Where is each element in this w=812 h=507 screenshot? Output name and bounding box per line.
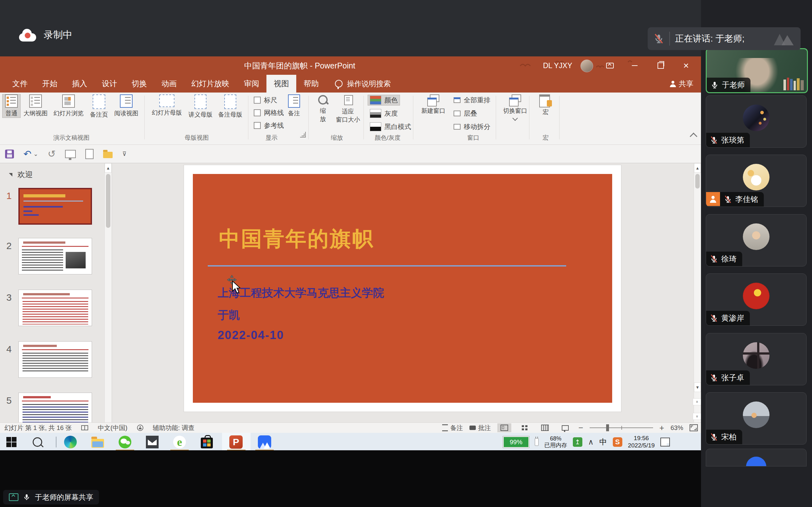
tab-insert[interactable]: 插入 bbox=[65, 75, 95, 93]
action-center-icon[interactable] bbox=[660, 438, 670, 447]
new-file-icon[interactable] bbox=[85, 149, 94, 159]
participant-tile[interactable]: 徐琦 bbox=[706, 214, 807, 267]
meeting-app-icon[interactable] bbox=[258, 435, 271, 449]
mail-icon[interactable] bbox=[145, 435, 159, 449]
language-indicator[interactable]: 中文(中国) bbox=[98, 424, 127, 432]
slide-thumbnail-3[interactable] bbox=[18, 290, 92, 326]
macros-button[interactable]: 宏 bbox=[536, 95, 556, 116]
notes-button[interactable]: 备注 bbox=[285, 95, 303, 118]
start-slideshow-icon[interactable] bbox=[65, 150, 76, 158]
zoom-percent[interactable]: 63% bbox=[670, 424, 683, 432]
slide-thumbnail-5[interactable] bbox=[18, 393, 92, 422]
tab-view[interactable]: 视图 bbox=[266, 75, 296, 93]
switch-windows-button[interactable]: 切换窗口 bbox=[500, 95, 530, 120]
ruler-checkbox[interactable]: 标尺 bbox=[254, 96, 277, 105]
tab-transitions[interactable]: 切换 bbox=[124, 75, 154, 93]
notes-master-button[interactable]: 备注母版 bbox=[216, 95, 245, 119]
tab-review[interactable]: 审阅 bbox=[237, 75, 266, 93]
slide-thumbnail-2[interactable] bbox=[18, 238, 92, 274]
collapse-ribbon-icon[interactable] bbox=[690, 132, 697, 140]
undo-icon[interactable]: ↶ bbox=[23, 149, 32, 159]
section-header[interactable]: 欢迎 bbox=[9, 170, 33, 180]
dialog-launcher-icon[interactable] bbox=[300, 132, 306, 137]
ribbon-display-options-button[interactable] bbox=[600, 56, 620, 75]
thumbnail-scrollbar[interactable]: ▲ bbox=[104, 163, 112, 422]
arrange-all-button[interactable]: 全部重排 bbox=[452, 95, 492, 105]
scroll-down-icon[interactable]: ▼ bbox=[694, 383, 701, 392]
notes-toggle[interactable]: 备注 bbox=[442, 424, 463, 432]
tab-design[interactable]: 设计 bbox=[95, 75, 124, 93]
reading-view-button[interactable]: 阅读视图 bbox=[112, 95, 141, 118]
slide-title[interactable]: 中国青年的旗帜 bbox=[219, 225, 374, 253]
open-folder-icon[interactable] bbox=[103, 152, 113, 158]
slide-sorter-toggle[interactable] bbox=[518, 424, 531, 432]
slide-author[interactable]: 于凯 bbox=[217, 308, 240, 323]
new-window-button[interactable]: 新建窗口 bbox=[418, 95, 449, 115]
file-explorer-icon[interactable] bbox=[91, 435, 105, 449]
guides-checkbox[interactable]: 参考线 bbox=[254, 121, 284, 130]
account-name[interactable]: DL YJXY bbox=[543, 56, 572, 75]
undo-chevron-icon[interactable]: ⌄ bbox=[33, 151, 38, 158]
notes-page-button[interactable]: 备注页 bbox=[87, 95, 111, 119]
canvas-scrollbar[interactable]: ▲ ▼ « » bbox=[694, 163, 701, 422]
slideshow-toggle[interactable] bbox=[558, 424, 572, 432]
save-icon[interactable] bbox=[5, 150, 14, 158]
zoom-slider[interactable] bbox=[590, 428, 653, 428]
search-icon[interactable] bbox=[31, 435, 44, 449]
grayscale-button[interactable]: 灰度 bbox=[368, 108, 400, 118]
participant-tile[interactable]: 李佳铭 bbox=[706, 155, 807, 207]
scrollbar-thumb[interactable] bbox=[106, 174, 110, 228]
handout-master-button[interactable]: 讲义母版 bbox=[186, 95, 215, 119]
customize-qat-icon[interactable]: ⊽ bbox=[122, 151, 126, 158]
tell-me-search[interactable]: 操作说明搜索 bbox=[335, 75, 391, 93]
color-button[interactable]: 颜色 bbox=[368, 95, 400, 105]
taskbar-clock[interactable]: 19:56 2022/5/19 bbox=[628, 435, 655, 449]
reading-view-toggle[interactable] bbox=[538, 424, 552, 432]
sogou-icon[interactable]: S bbox=[613, 437, 622, 447]
redo-icon[interactable]: ↺ bbox=[48, 149, 55, 159]
account-avatar[interactable] bbox=[580, 60, 593, 72]
tab-animations[interactable]: 动画 bbox=[154, 75, 184, 93]
tray-expand-icon[interactable]: ∧ bbox=[588, 438, 594, 447]
usb-icon[interactable]: ↥ bbox=[573, 437, 582, 447]
wechat-icon[interactable] bbox=[118, 435, 132, 449]
spellcheck-icon[interactable] bbox=[81, 425, 88, 430]
zoom-in-button[interactable]: + bbox=[659, 423, 664, 433]
move-split-button[interactable]: 移动拆分 bbox=[452, 122, 492, 132]
battery-icon[interactable]: 99% bbox=[503, 436, 529, 448]
tab-home[interactable]: 开始 bbox=[35, 75, 65, 93]
participant-tile[interactable]: 张琰第 bbox=[706, 95, 807, 148]
participant-tile[interactable]: 张子卓 bbox=[706, 333, 807, 385]
scroll-up-icon[interactable]: ▲ bbox=[105, 163, 112, 173]
tab-help[interactable]: 帮助 bbox=[296, 75, 326, 93]
powerpoint-icon[interactable]: P bbox=[229, 435, 243, 449]
close-button[interactable]: × bbox=[676, 56, 697, 75]
slide-date[interactable]: 2022-04-10 bbox=[217, 329, 284, 342]
previous-slide-icon[interactable]: « bbox=[693, 398, 701, 405]
next-slide-icon[interactable]: » bbox=[693, 413, 701, 420]
tab-slideshow[interactable]: 幻灯片放映 bbox=[184, 75, 237, 93]
share-button[interactable]: 共享 bbox=[670, 75, 693, 93]
browser-e-icon[interactable]: e bbox=[172, 435, 187, 449]
memory-indicator[interactable]: 68% 已用内存 bbox=[544, 435, 567, 448]
participant-tile[interactable]: 宋柏 bbox=[706, 392, 807, 445]
scrollbar-thumb[interactable] bbox=[695, 174, 700, 188]
zoom-button[interactable]: 缩 放 bbox=[314, 95, 332, 123]
gridlines-checkbox[interactable]: 网格线 bbox=[254, 108, 284, 117]
comments-toggle[interactable]: 批注 bbox=[469, 424, 491, 432]
scroll-up-icon[interactable]: ▲ bbox=[694, 163, 701, 173]
restore-button[interactable] bbox=[650, 56, 671, 75]
tab-file[interactable]: 文件 bbox=[5, 75, 35, 93]
accessibility-status[interactable]: 辅助功能: 调查 bbox=[153, 424, 194, 432]
zoom-out-button[interactable]: − bbox=[578, 423, 583, 433]
slide-thumbnail-4[interactable] bbox=[18, 341, 92, 378]
slide-thumbnail-1[interactable] bbox=[18, 188, 92, 225]
participant-tile-partial[interactable] bbox=[706, 449, 807, 466]
ime-indicator[interactable]: 中 bbox=[600, 437, 607, 447]
start-button[interactable] bbox=[4, 435, 18, 449]
edge-icon[interactable] bbox=[63, 435, 78, 449]
slide-master-button[interactable]: 幻灯片母版 bbox=[149, 95, 185, 117]
slide-canvas[interactable]: 中国青年的旗帜 上海工程技术大学马克思主义学院 于凯 2022-04-10 bbox=[184, 165, 621, 412]
normal-view-toggle[interactable] bbox=[497, 424, 511, 432]
slide-sorter-button[interactable]: 幻灯片浏览 bbox=[51, 95, 86, 118]
